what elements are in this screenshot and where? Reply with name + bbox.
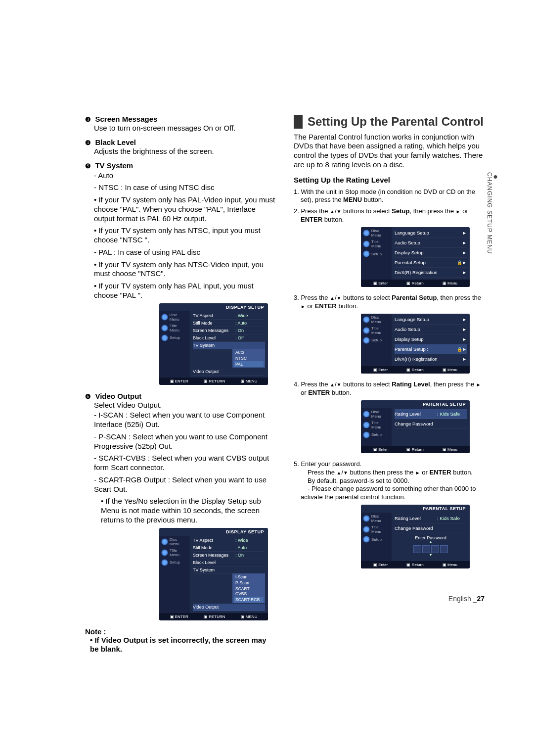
item3-num: ❸ [85, 116, 91, 123]
lock-icon [457, 346, 462, 352]
left-column: ❸ Screen Messages Use to turn on-screen … [85, 115, 276, 654]
item4-title: Black Level [95, 138, 136, 146]
right-icon [456, 207, 461, 215]
up-icon [330, 207, 335, 215]
osd-display-setup-2: DISPLAY SETUP Disc Menu Title Menu Setup… [159, 528, 268, 620]
osd-setup-a: Disc Menu Title Menu Setup Language Setu… [361, 227, 470, 287]
step-3: 3. Press the / buttons to select Parenta… [294, 294, 485, 311]
item4-num: ❹ [85, 139, 91, 146]
osd-display-setup-1: DISPLAY SETUP Disc Menu Title Menu Setup… [159, 303, 268, 385]
osd1-title: DISPLAY SETUP [159, 303, 268, 311]
step-4: 4. Press the / buttons to select Rating … [294, 380, 485, 397]
sub-heading: Setting Up the Rating Level [294, 176, 485, 184]
item5-bullets: - Auto - NTSC : In case of using NTSC di… [85, 171, 276, 300]
step-1: 1. With the unit in Stop mode (in condit… [294, 188, 485, 205]
lock-icon [457, 260, 462, 265]
item4-desc: Adjusts the brightness of the screen. [85, 147, 276, 156]
item6-desc: Select Video Output. [85, 401, 276, 410]
item3-desc: Use to turn on-screen messages On or Off… [85, 124, 276, 133]
osd2-title: DISPLAY SETUP [159, 528, 268, 536]
item6-num: ❻ [85, 393, 91, 400]
item5-title: TV System [95, 161, 133, 170]
section-heading: Setting Up the Parental Control [294, 115, 485, 129]
down-icon [337, 207, 342, 215]
item5-num: ❺ [85, 162, 91, 170]
osd-setup-b: Disc Menu Title Menu Setup Language Setu… [361, 314, 470, 374]
osd-parental-c: PARENTAL SETUP Disc Menu Title Menu Setu… [361, 400, 470, 453]
step-2: 2. Press the / buttons to select Setup, … [294, 207, 485, 224]
page-footer: English _27 [448, 595, 485, 603]
item6-title: Video Output [95, 392, 141, 400]
section-intro: The Parental Control function works in c… [294, 133, 485, 170]
osd-parental-d: PARENTAL SETUP Disc Menu Title Menu Setu… [361, 505, 470, 568]
note-body: • If Video Output is set incorrectly, th… [85, 636, 276, 655]
item3-title: Screen Messages [95, 115, 157, 123]
right-column: Setting Up the Parental Control The Pare… [294, 115, 485, 654]
item6-bullets: - I-SCAN : Select when you want to use C… [85, 411, 276, 524]
note-title: Note : [85, 627, 276, 636]
side-tab: ● CHANGING SETUP MENU [486, 172, 498, 254]
step-5: 5. Enter your password. Press the / butt… [294, 460, 485, 502]
